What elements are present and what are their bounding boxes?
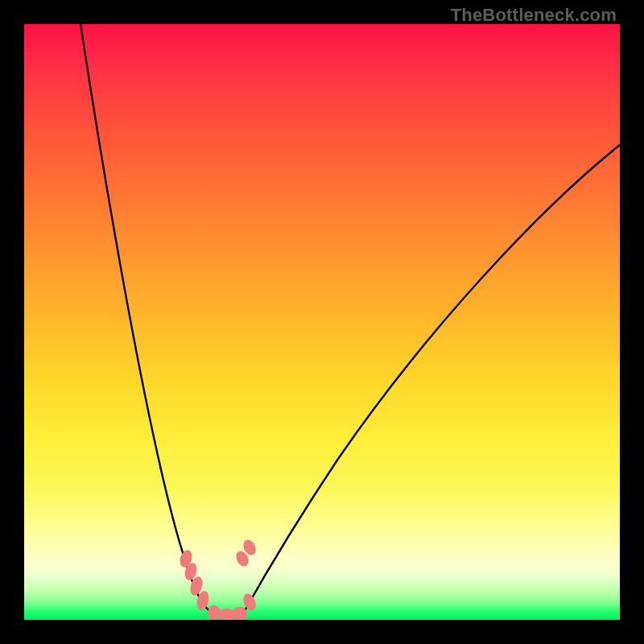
curve-left-branch <box>80 24 214 613</box>
curve-right-branch <box>243 145 620 613</box>
plot-area <box>24 24 620 620</box>
bottleneck-curve <box>24 24 620 620</box>
watermark-text: TheBottleneck.com <box>451 5 617 26</box>
data-marker-4 <box>208 605 221 620</box>
data-marker-6 <box>233 607 247 620</box>
data-marker-5 <box>219 609 235 620</box>
